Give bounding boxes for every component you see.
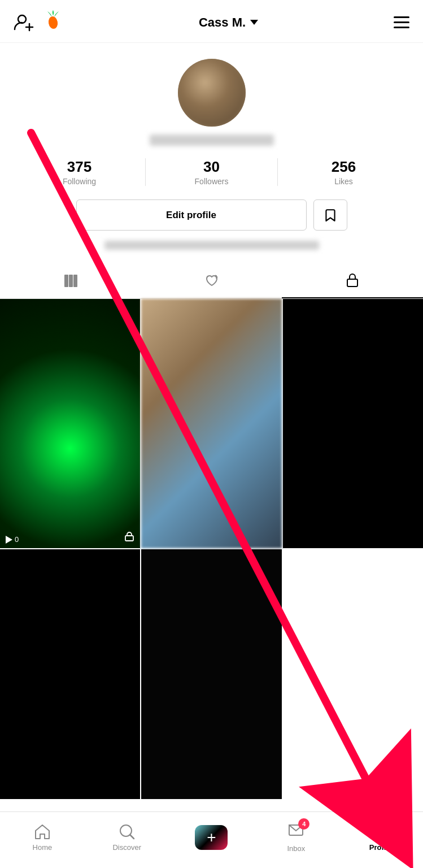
liked-icon bbox=[204, 273, 220, 289]
video-grid: 0 bbox=[0, 299, 423, 799]
svg-rect-4 bbox=[64, 275, 68, 287]
svg-rect-10 bbox=[125, 536, 133, 541]
followers-label: Followers bbox=[195, 177, 229, 186]
profile-actions: Edit profile bbox=[76, 199, 347, 231]
inbox-container: 4 bbox=[287, 822, 305, 842]
discover-label: Discover bbox=[112, 843, 141, 852]
inbox-badge: 4 bbox=[298, 818, 309, 830]
bookmark-button[interactable] bbox=[313, 199, 347, 231]
stat-likes[interactable]: 256 Likes bbox=[278, 158, 409, 186]
likes-label: Likes bbox=[334, 177, 353, 186]
header-username: Cass M. bbox=[199, 15, 246, 30]
video-thumb-2[interactable] bbox=[141, 299, 281, 548]
header: Cass M. bbox=[0, 0, 423, 43]
nav-home[interactable]: Home bbox=[0, 823, 85, 852]
profile-label: Profile bbox=[369, 843, 392, 852]
tab-private[interactable] bbox=[282, 263, 423, 298]
svg-rect-5 bbox=[69, 275, 73, 287]
home-icon bbox=[33, 823, 51, 841]
username-blurred bbox=[150, 134, 274, 146]
inbox-label: Inbox bbox=[287, 844, 305, 853]
discover-icon bbox=[118, 823, 136, 841]
following-label: Following bbox=[63, 177, 96, 186]
video-thumb-5[interactable] bbox=[141, 549, 281, 798]
svg-rect-6 bbox=[73, 275, 77, 287]
add-person-icon[interactable] bbox=[14, 12, 34, 33]
svg-line-14 bbox=[130, 835, 134, 839]
stat-followers[interactable]: 30 Followers bbox=[146, 158, 278, 186]
svg-point-3 bbox=[47, 16, 59, 29]
nav-create[interactable] bbox=[169, 825, 254, 850]
play-count-1: 0 bbox=[6, 535, 19, 544]
edit-profile-button[interactable]: Edit profile bbox=[76, 199, 307, 231]
stats-row: 375 Following 30 Followers 256 Likes bbox=[14, 158, 409, 186]
video-thumb-3[interactable] bbox=[283, 299, 423, 548]
profile-section: 375 Following 30 Followers 256 Likes Edi… bbox=[0, 43, 423, 263]
header-title-area[interactable]: Cass M. bbox=[199, 15, 258, 30]
video-thumb-4[interactable] bbox=[0, 549, 140, 798]
profile-nav-icon bbox=[372, 823, 390, 841]
menu-icon[interactable] bbox=[394, 16, 409, 28]
video-thumb-1[interactable]: 0 bbox=[0, 299, 140, 548]
avatar bbox=[178, 59, 246, 127]
home-label: Home bbox=[33, 843, 53, 852]
followers-count: 30 bbox=[203, 158, 220, 176]
nav-inbox[interactable]: 4 Inbox bbox=[254, 822, 338, 853]
header-left bbox=[14, 10, 63, 34]
tab-liked[interactable] bbox=[141, 264, 282, 298]
play-icon-1 bbox=[6, 536, 12, 544]
following-count: 375 bbox=[67, 158, 91, 176]
bookmark-icon bbox=[323, 208, 338, 223]
grid-icon bbox=[63, 273, 79, 289]
create-button[interactable] bbox=[195, 825, 228, 850]
bottom-nav: Home Discover 4 Inbox Profile bbox=[0, 811, 423, 868]
bio-blurred bbox=[104, 241, 319, 250]
carrot-icon[interactable] bbox=[43, 10, 63, 34]
nav-discover[interactable]: Discover bbox=[85, 823, 169, 852]
likes-count: 256 bbox=[332, 158, 356, 176]
tab-grid[interactable] bbox=[0, 264, 141, 298]
nav-profile[interactable]: Profile bbox=[338, 823, 423, 852]
tabs-row bbox=[0, 263, 423, 299]
lock-icon bbox=[344, 272, 360, 288]
svg-rect-9 bbox=[347, 279, 357, 287]
stat-following[interactable]: 375 Following bbox=[14, 158, 146, 186]
svg-point-16 bbox=[378, 827, 383, 832]
lock-icon-sm-1 bbox=[124, 531, 134, 544]
chevron-down-icon bbox=[250, 20, 258, 25]
